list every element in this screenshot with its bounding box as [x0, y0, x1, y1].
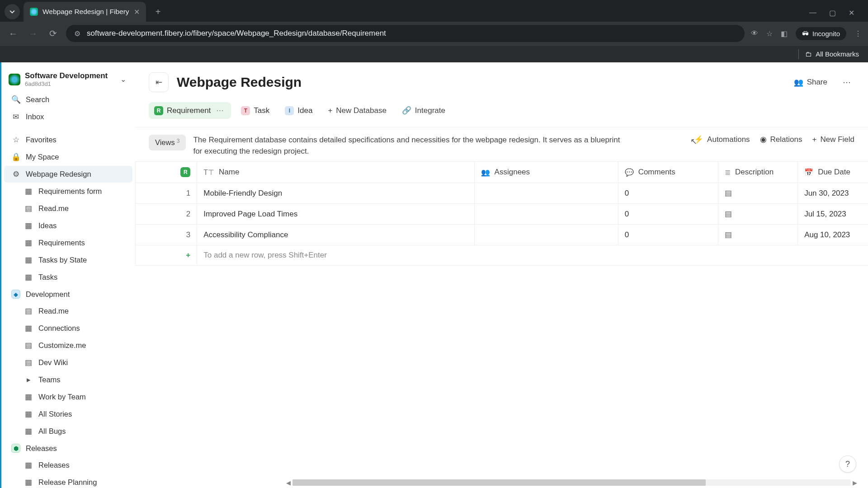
cell-comments[interactable]: 0	[618, 183, 718, 204]
sidebar-item-tasks[interactable]: ▦Tasks	[4, 269, 132, 286]
views-button[interactable]: Views 3	[149, 135, 186, 150]
table-scroll[interactable]: R T⊤Name 👥Assignees 💬Comments ≣Descripti…	[135, 161, 868, 488]
close-tab-button[interactable]: ✕	[134, 8, 140, 16]
db-tab-requirement[interactable]: R Requirement ⋯	[149, 102, 231, 119]
cell-description[interactable]: ▤	[718, 204, 798, 225]
horizontal-scrollbar[interactable]: ◀ ▶	[284, 479, 859, 486]
cell-assignees[interactable]	[474, 225, 618, 245]
site-info-icon[interactable]: ⚙	[74, 29, 80, 38]
add-row-plus[interactable]: +	[136, 245, 197, 266]
bookmark-star-icon[interactable]: ☆	[766, 29, 773, 38]
browser-menu-button[interactable]: ⋮	[854, 29, 862, 38]
cell-comments[interactable]: 0	[618, 204, 718, 225]
cell-comments[interactable]: 0	[618, 225, 718, 245]
sidebar-item-dev-wiki[interactable]: ▤Dev Wiki	[4, 354, 132, 371]
automations-button[interactable]: ⚡ Automations	[694, 135, 750, 144]
browser-tab[interactable]: Webpage Redesign | Fibery ✕	[24, 2, 146, 22]
sidebar-item-requirements[interactable]: ▦Requirements	[4, 235, 132, 251]
cell-due-date[interactable]: Jul 15, 2023	[798, 204, 868, 225]
integrate-button[interactable]: 🔗 Integrate	[396, 102, 451, 119]
sidebar-item-work-by-team[interactable]: ▦Work by Team	[4, 389, 132, 405]
reload-button[interactable]: ⟳	[46, 27, 60, 40]
column-header-due-date[interactable]: 📅Due Date	[798, 162, 868, 183]
grid-icon: ▦	[24, 221, 33, 230]
column-header-name[interactable]: T⊤Name	[197, 162, 474, 183]
column-header-description[interactable]: ≣Description	[718, 162, 798, 183]
sidebar-item-tasks-by-state[interactable]: ▦Tasks by State	[4, 252, 132, 268]
sidebar-item-dev-readme[interactable]: ▤Read.me	[4, 303, 132, 319]
sidebar-search[interactable]: 🔍 Search	[4, 91, 132, 108]
row-index: 2	[136, 204, 197, 225]
new-database-button[interactable]: + New Database	[322, 103, 392, 119]
plus-icon: +	[186, 251, 190, 259]
tab-label: Idea	[297, 106, 312, 115]
share-button[interactable]: 👥 Share	[788, 74, 833, 91]
cell-name[interactable]: Accessibility Compliance	[197, 225, 474, 245]
eye-off-icon[interactable]: 👁	[751, 29, 758, 38]
tab-search-button[interactable]	[5, 4, 20, 19]
sidebar-space-webpage-redesign[interactable]: ⚙ Webpage Redesign	[4, 166, 132, 183]
form-icon: ▦	[24, 187, 33, 196]
separator	[798, 49, 799, 59]
sidebar-item-readme[interactable]: ▤Read.me	[4, 200, 132, 217]
cell-assignees[interactable]	[474, 204, 618, 225]
sidebar-item-requirements-form[interactable]: ▦Requirements form	[4, 183, 132, 200]
sidebar-item-label: Releases	[38, 461, 70, 469]
sidebar-item-ideas[interactable]: ▦Ideas	[4, 217, 132, 234]
forward-button[interactable]: →	[26, 27, 40, 40]
column-header-assignees[interactable]: 👥Assignees	[474, 162, 618, 183]
back-button[interactable]: ←	[6, 27, 20, 40]
new-field-button[interactable]: + New Field	[812, 135, 854, 144]
sidebar-item-release-planning[interactable]: ▦Release Planning	[4, 474, 132, 488]
cell-description[interactable]: ▤	[718, 183, 798, 204]
sidebar-item-releases[interactable]: ▦Releases	[4, 457, 132, 474]
sidebar-item-customize-me[interactable]: ▤Customize.me	[4, 337, 132, 354]
table-row[interactable]: 2 Improved Page Load Times 0 ▤ Jul 15, 2…	[136, 204, 868, 225]
side-panel-icon[interactable]: ◧	[781, 29, 788, 38]
sidebar-item-teams[interactable]: ▸Teams	[4, 371, 132, 388]
collapse-sidebar-button[interactable]: ⇤	[149, 72, 169, 92]
incognito-indicator[interactable]: 🕶 Incognito	[796, 27, 846, 40]
column-header-index[interactable]: R	[136, 162, 197, 183]
board-icon: ▦	[24, 255, 33, 265]
column-header-comments[interactable]: 💬Comments	[618, 162, 718, 183]
sidebar-space-releases[interactable]: ⬢ Releases	[4, 440, 132, 456]
scrollbar-thumb[interactable]	[292, 479, 706, 486]
minimize-button[interactable]: —	[809, 9, 816, 17]
add-row[interactable]: + To add a new row, press Shift+Enter	[136, 245, 868, 266]
sidebar-space-development[interactable]: ◆ Development	[4, 286, 132, 302]
table-row[interactable]: 1 Mobile-Friendly Design 0 ▤ Jun 30, 202…	[136, 183, 868, 204]
lock-icon: 🔒	[11, 152, 20, 162]
page-more-button[interactable]: ⋯	[839, 74, 854, 91]
help-button[interactable]: ?	[839, 455, 856, 473]
cell-description[interactable]: ▤	[718, 225, 798, 245]
scrollbar-track[interactable]	[292, 479, 851, 486]
sidebar-item-all-bugs[interactable]: ▦All Bugs	[4, 423, 132, 440]
cell-name[interactable]: Mobile-Friendly Design	[197, 183, 474, 204]
all-bookmarks-button[interactable]: 🗀 All Bookmarks	[805, 50, 859, 58]
table-row[interactable]: 3 Accessibility Compliance 0 ▤ Aug 10, 2…	[136, 225, 868, 245]
sidebar-favorites[interactable]: ☆ Favorites	[4, 131, 132, 148]
db-tab-task[interactable]: T Task	[236, 103, 275, 119]
maximize-button[interactable]: ▢	[829, 9, 836, 17]
sidebar-item-connections[interactable]: ▦Connections	[4, 320, 132, 337]
cell-due-date[interactable]: Aug 10, 2023	[798, 225, 868, 245]
tab-more-button[interactable]: ⋯	[214, 106, 226, 115]
db-tab-idea[interactable]: I Idea	[279, 103, 318, 119]
scroll-right-button[interactable]: ▶	[851, 479, 859, 486]
url-field[interactable]: ⚙ software-development.fibery.io/fibery/…	[66, 25, 745, 42]
cell-assignees[interactable]	[474, 183, 618, 204]
cell-name[interactable]: Improved Page Load Times	[197, 204, 474, 225]
sidebar-item-all-stories[interactable]: ▦All Stories	[4, 406, 132, 422]
chevron-down-icon[interactable]: ⌄	[118, 73, 128, 85]
scroll-left-button[interactable]: ◀	[284, 479, 292, 486]
sidebar-inbox[interactable]: ✉ Inbox	[4, 108, 132, 125]
relations-button[interactable]: ◉ Relations	[760, 135, 802, 144]
workspace-texts: Software Development 6ad8d3d1	[25, 71, 114, 87]
new-tab-button[interactable]: +	[151, 4, 166, 19]
sidebar-my-space[interactable]: 🔒 My Space	[4, 149, 132, 165]
workspace-switcher[interactable]: Software Development 6ad8d3d1 ⌄	[1, 67, 135, 91]
close-window-button[interactable]: ✕	[849, 9, 854, 17]
cell-due-date[interactable]: Jun 30, 2023	[798, 183, 868, 204]
text-icon: T⊤	[203, 168, 214, 177]
